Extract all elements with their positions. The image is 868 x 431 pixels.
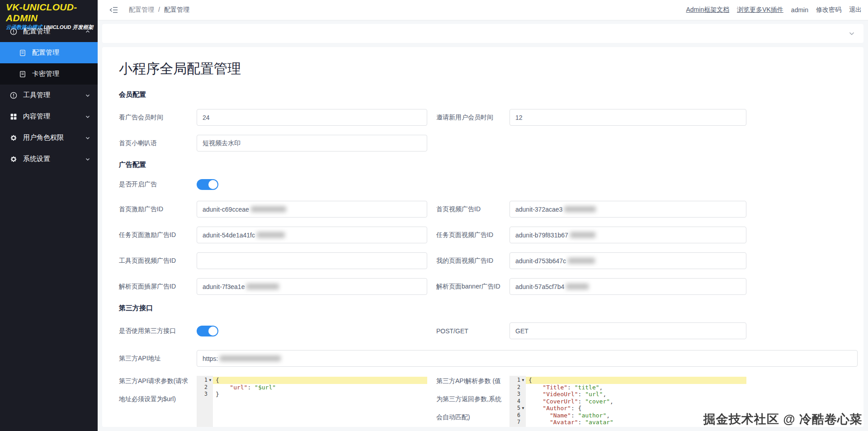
watermark-text: 掘金技术社区 @ 冷酷卷心菜	[703, 411, 863, 427]
logout-link[interactable]: 退出	[849, 6, 862, 14]
logo: VK-UNICLOUD-ADMIN 云函数路由模式 UNICLOUD 开发框架	[0, 0, 98, 21]
main-area: 配置管理/配置管理 Admin框架文档 浏览更多VK插件 admin 修改密码 …	[98, 0, 868, 431]
invite-new-user-time-input[interactable]: 12	[509, 109, 746, 126]
redacted-blur	[251, 206, 286, 212]
field-label: 看广告会员时间	[119, 114, 197, 122]
field-label: 第三方API请求参数(请求地址必须设置为$url)	[119, 372, 197, 408]
editor-gutter: 1▼23	[197, 376, 213, 427]
chevron-down-icon	[85, 93, 90, 98]
breadcrumb-item[interactable]: 配置管理	[129, 6, 154, 13]
username[interactable]: admin	[791, 6, 808, 14]
redacted-blur	[568, 258, 595, 264]
more-plugins-link[interactable]: 浏览更多VK插件	[737, 6, 783, 14]
field-value: adunit-7f3ea1e	[203, 283, 245, 290]
chevron-down-icon	[85, 135, 90, 141]
sidebar-item-label: 系统设置	[23, 155, 50, 163]
third-api-enabled-switch[interactable]	[197, 326, 218, 336]
sidebar-item-content[interactable]: 内容管理	[0, 106, 98, 127]
gear-icon	[10, 156, 17, 163]
collapse-panel	[102, 24, 863, 43]
form-row: 任务页面激励广告ID adunit-54de1a41fc 任务页面视频广告ID …	[119, 227, 859, 243]
grid-icon	[10, 113, 17, 120]
parse-interstitial-ad-id-input[interactable]: adunit-7f3ea1e	[197, 278, 427, 295]
my-video-ad-id-input[interactable]: adunit-d753b647c	[509, 252, 746, 269]
switch-knob	[208, 327, 217, 336]
section-title-member: 会员配置	[119, 90, 859, 99]
task-video-ad-id-input[interactable]: adunit-b79f831b67	[509, 227, 746, 243]
document-icon	[19, 71, 26, 78]
top-header: 配置管理/配置管理 Admin框架文档 浏览更多VK插件 admin 修改密码 …	[98, 0, 868, 20]
field-label: 工具页面视频广告ID	[119, 257, 197, 265]
chevron-down-icon	[85, 114, 90, 119]
ad-enabled-switch[interactable]	[197, 179, 218, 190]
redacted-blur	[246, 284, 279, 289]
redacted-blur	[570, 232, 595, 238]
editor-code[interactable]: { "url": "$url"}	[213, 376, 427, 427]
logo-subtitle: 云函数路由模式 UNICLOUD 开发框架	[6, 24, 98, 31]
switch-knob	[208, 180, 217, 189]
document-icon	[19, 49, 26, 57]
form-row: 看广告会员时间 24 邀请新用户会员时间 12	[119, 109, 859, 126]
sidebar-item-label: 工具管理	[23, 91, 50, 99]
sidebar-item-card-key-manage[interactable]: 卡密管理	[0, 63, 98, 85]
sidebar-item-label: 配置管理	[23, 27, 50, 36]
sidebar: VK-UNICLOUD-ADMIN 云函数路由模式 UNICLOUD 开发框架 …	[0, 0, 98, 431]
field-label: 是否开启广告	[119, 180, 197, 189]
field-label: 任务页面视频广告ID	[436, 231, 509, 239]
field-label: 首页激励广告ID	[119, 205, 197, 213]
field-label: 任务页面激励广告ID	[119, 231, 197, 239]
home-video-ad-id-input[interactable]: adunit-372acae3	[509, 201, 746, 218]
field-label: 解析页面插屏广告ID	[119, 283, 197, 291]
header-links: Admin框架文档 浏览更多VK插件 admin 修改密码 退出	[686, 6, 862, 14]
third-api-url-input[interactable]: https:	[197, 350, 858, 367]
home-horn-text-input[interactable]: 短视频去水印	[197, 135, 427, 152]
form-row: 解析页面插屏广告ID adunit-7f3ea1e 解析页面banner广告ID…	[119, 278, 859, 295]
field-label: 第三方API解析参数 (值为第三方返回参数,系统会自动匹配)	[436, 372, 509, 426]
sidebar-item-label: 内容管理	[23, 112, 50, 121]
app-root: VK-UNICLOUD-ADMIN 云函数路由模式 UNICLOUD 开发框架 …	[0, 0, 868, 431]
field-label: 首页小喇叭语	[119, 139, 197, 147]
sidebar-menu: 配置管理 配置管理 卡密管理	[0, 21, 98, 170]
form-row: 是否开启广告	[119, 179, 859, 190]
redacted-blur	[257, 232, 285, 238]
chevron-down-icon[interactable]	[848, 30, 855, 37]
editor-gutter: 1▼2345▼678910	[509, 376, 526, 427]
breadcrumb: 配置管理/配置管理	[129, 6, 189, 14]
sidebar-item-user-roles[interactable]: 用户角色权限	[0, 127, 98, 148]
breadcrumb-item-current: 配置管理	[164, 6, 189, 13]
admin-docs-link[interactable]: Admin框架文档	[686, 6, 729, 14]
chevron-down-icon	[85, 156, 90, 162]
sidebar-submenu-config: 配置管理 卡密管理	[0, 42, 98, 85]
field-label: 是否使用第三方接口	[119, 327, 197, 335]
sidebar-item-system-settings[interactable]: 系统设置	[0, 148, 98, 170]
field-value: adunit-54de1a41fc	[203, 232, 255, 239]
tool-video-ad-id-input[interactable]	[197, 252, 427, 269]
section-title-third-party: 第三方接口	[119, 304, 859, 313]
redacted-blur	[566, 284, 589, 289]
sidebar-item-tools[interactable]: 工具管理	[0, 85, 98, 106]
sidebar-item-config-manage[interactable]: 配置管理	[0, 42, 98, 63]
sidebar-item-label: 配置管理	[32, 48, 59, 57]
content-card: 小程序全局配置管理 会员配置 看广告会员时间 24 邀请新用户会员时间 12 首…	[102, 47, 863, 427]
parse-banner-ad-id-input[interactable]: adunit-57a5cf7b4	[509, 278, 746, 295]
field-label: 第三方API地址	[119, 355, 197, 363]
http-method-input[interactable]: GET	[509, 322, 746, 339]
field-value: 12	[515, 114, 523, 121]
page-title: 小程序全局配置管理	[119, 60, 859, 78]
home-reward-ad-id-input[interactable]: adunit-c69cceae	[197, 201, 427, 218]
field-label: POST/GET	[436, 327, 509, 335]
breadcrumb-separator: /	[158, 6, 160, 13]
field-label: 首页视频广告ID	[436, 205, 509, 213]
field-label: 邀请新用户会员时间	[436, 114, 509, 122]
chevron-up-icon	[85, 29, 90, 34]
request-params-code-editor[interactable]: 1▼23 { "url": "$url"}	[197, 376, 427, 427]
change-password-link[interactable]: 修改密码	[816, 6, 841, 14]
collapse-sidebar-icon[interactable]	[109, 6, 118, 14]
field-value: adunit-b79f831b67	[515, 232, 568, 239]
sidebar-item-label: 卡密管理	[32, 70, 59, 78]
task-reward-ad-id-input[interactable]: adunit-54de1a41fc	[197, 227, 427, 243]
ad-watch-time-input[interactable]: 24	[197, 109, 427, 126]
field-value: 短视频去水印	[203, 139, 241, 147]
logo-title: VK-UNICLOUD-ADMIN	[6, 2, 98, 24]
field-value: adunit-57a5cf7b4	[515, 283, 564, 290]
